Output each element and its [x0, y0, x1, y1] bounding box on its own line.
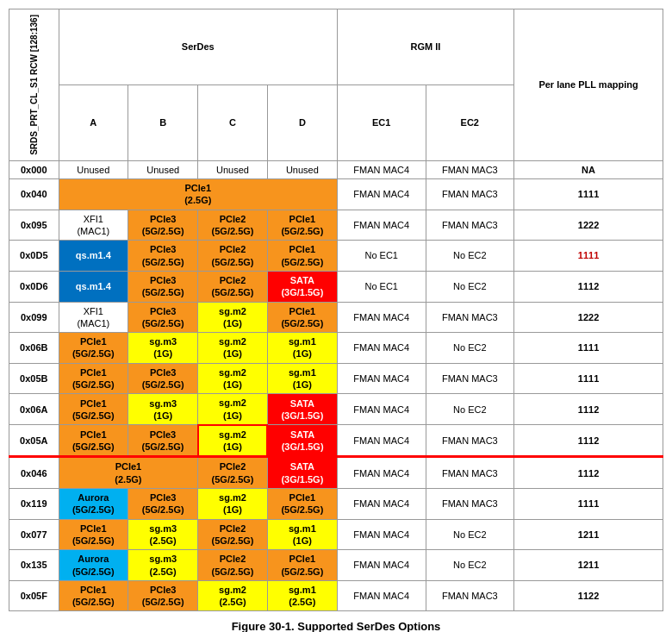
pll-cell: 1122	[514, 580, 663, 611]
table-cell: Aurora (5G/2.5G)	[59, 550, 128, 581]
table-cell: XFI1 (MAC1)	[59, 210, 128, 241]
table-cell: SATA (3G/1.5G)	[267, 271, 337, 302]
table-cell: qs.m1.4	[59, 241, 128, 272]
table-cell: PCle3 (5G/2.5G)	[128, 271, 198, 302]
ec1-cell: No EC1	[337, 241, 426, 272]
table-cell: sg.m3 (2.5G)	[128, 519, 198, 550]
rcw-cell: 0x06B	[9, 333, 59, 364]
ec2-cell: FMAN MAC3	[426, 210, 514, 241]
ec2-cell: FMAN MAC3	[426, 457, 514, 489]
col-d-header: D	[267, 84, 337, 160]
figure-caption: Figure 30-1. Supported SerDes Options	[9, 620, 663, 632]
table-cell: PCle2 (5G/2.5G)	[198, 271, 268, 302]
ec1-cell: FMAN MAC4	[337, 333, 426, 364]
table-row: 0x0D6qs.m1.4PCle3 (5G/2.5G)PCle2 (5G/2.5…	[9, 271, 663, 302]
ec1-cell: No EC1	[337, 271, 426, 302]
rcw-cell: 0x119	[9, 489, 59, 520]
table-cell: sg.m3 (1G)	[128, 394, 198, 425]
rcw-cell: 0x000	[9, 160, 59, 178]
table-cell: sg.m2 (1G)	[198, 333, 268, 364]
pll-cell: 1112	[514, 425, 663, 457]
pll-cell: 1211	[514, 550, 663, 581]
table-cell: sg.m2 (1G)	[198, 302, 268, 333]
table-cell: SATA (3G/1.5G)	[267, 457, 337, 489]
ec1-cell: FMAN MAC4	[337, 210, 426, 241]
pll-cell: 1111	[514, 489, 663, 520]
ec1-cell: FMAN MAC4	[337, 302, 426, 333]
table-cell: Unused	[267, 160, 337, 178]
table-row: 0x06BPCle1 (5G/2.5G)sg.m3 (1G)sg.m2 (1G)…	[9, 333, 663, 364]
pll-cell: 1112	[514, 457, 663, 489]
ec1-cell: FMAN MAC4	[337, 394, 426, 425]
rcw-cell: 0x06A	[9, 394, 59, 425]
table-cell: PCle1 (5G/2.5G)	[267, 550, 337, 581]
ec2-cell: FMAN MAC3	[426, 363, 514, 394]
table-cell: PCle3 (5G/2.5G)	[128, 241, 198, 272]
ec1-cell: FMAN MAC4	[337, 519, 426, 550]
serdes-table: SRDS_PRT_CL_S1 RCW [128:136] SerDes RGM …	[9, 9, 663, 611]
rcw-cell: 0x0D6	[9, 271, 59, 302]
ec2-cell: No EC2	[426, 271, 514, 302]
table-cell: Aurora (5G/2.5G)	[59, 489, 128, 520]
col-a-header: A	[59, 84, 128, 160]
table-cell: PCle2 (5G/2.5G)	[198, 519, 268, 550]
table-cell: sg.m1 (1G)	[267, 519, 337, 550]
table-row: 0x095XFI1 (MAC1)PCle3 (5G/2.5G)PCle2 (5G…	[9, 210, 663, 241]
span-ab-cell: PCle1 (2.5G)	[59, 457, 198, 489]
ec2-cell: No EC2	[426, 241, 514, 272]
ec1-cell: FMAN MAC4	[337, 580, 426, 611]
table-cell: PCle1 (5G/2.5G)	[59, 333, 128, 364]
pll-cell: 1111	[514, 179, 663, 210]
table-cell: sg.m3 (1G)	[128, 333, 198, 364]
pll-cell: 1111	[514, 241, 663, 272]
pll-cell: NA	[514, 160, 663, 178]
table-cell: sg.m1 (1G)	[267, 363, 337, 394]
table-row: 0x06APCle1 (5G/2.5G)sg.m3 (1G)sg.m2 (1G)…	[9, 394, 663, 425]
table-cell: PCle3 (5G/2.5G)	[128, 302, 198, 333]
table-cell: Unused	[198, 160, 268, 178]
rcw-cell: 0x05F	[9, 580, 59, 611]
ec2-cell: FMAN MAC3	[426, 580, 514, 611]
ec1-cell: FMAN MAC4	[337, 489, 426, 520]
rcw-cell: 0x05B	[9, 363, 59, 394]
pll-cell: 1211	[514, 519, 663, 550]
rgmii-header: RGM II	[337, 9, 513, 85]
pll-cell: 1112	[514, 394, 663, 425]
pll-cell: 1111	[514, 333, 663, 364]
table-cell: PCle2 (5G/2.5G)	[198, 210, 268, 241]
table-cell: PCle3 (5G/2.5G)	[128, 489, 198, 520]
table-cell: sg.m2 (1G)	[198, 489, 268, 520]
table-row: 0x000UnusedUnusedUnusedUnusedFMAN MAC4FM…	[9, 160, 663, 178]
table-cell: PCle1 (5G/2.5G)	[267, 302, 337, 333]
table-cell: PCle2 (5G/2.5G)	[198, 241, 268, 272]
table-cell: PCle3 (5G/2.5G)	[128, 363, 198, 394]
table-cell: XFI1 (MAC1)	[59, 302, 128, 333]
table-row: 0x135Aurora (5G/2.5G)sg.m3 (2.5G)PCle2 (…	[9, 550, 663, 581]
table-row: 0x040PCle1 (2.5G)FMAN MAC4FMAN MAC31111	[9, 179, 663, 210]
table-cell: sg.m2 (1G)	[198, 363, 268, 394]
page-wrap: SRDS_PRT_CL_S1 RCW [128:136] SerDes RGM …	[9, 9, 663, 632]
rcw-cell: 0x095	[9, 210, 59, 241]
table-cell: PCle1 (5G/2.5G)	[267, 210, 337, 241]
col-ec2-header: EC2	[426, 84, 514, 160]
table-cell: PCle2 (5G/2.5G)	[198, 457, 268, 489]
table-cell: PCle3 (5G/2.5G)	[128, 210, 198, 241]
table-row: 0x05BPCle1 (5G/2.5G)PCle3 (5G/2.5G)sg.m2…	[9, 363, 663, 394]
pll-header: Per lane PLL mapping	[514, 9, 663, 161]
rcw-cell: 0x046	[9, 457, 59, 489]
ec1-cell: FMAN MAC4	[337, 550, 426, 581]
table-cell: sg.m2 (2.5G)	[198, 580, 268, 611]
table-cell: sg.m2 (1G)	[198, 425, 268, 457]
col-c-header: C	[198, 84, 268, 160]
ec1-cell: FMAN MAC4	[337, 160, 426, 178]
table-cell: sg.m3 (2.5G)	[128, 550, 198, 581]
table-cell: SATA (3G/1.5G)	[267, 394, 337, 425]
table-cell: PCle1 (5G/2.5G)	[59, 363, 128, 394]
table-row: 0x0D5qs.m1.4PCle3 (5G/2.5G)PCle2 (5G/2.5…	[9, 241, 663, 272]
table-cell: PCle3 (5G/2.5G)	[128, 425, 198, 457]
rcw-cell: 0x05A	[9, 425, 59, 457]
table-cell: PCle1 (5G/2.5G)	[59, 519, 128, 550]
ec1-cell: FMAN MAC4	[337, 179, 426, 210]
table-cell: PCle1 (5G/2.5G)	[59, 580, 128, 611]
table-cell: PCle2 (5G/2.5G)	[198, 550, 268, 581]
